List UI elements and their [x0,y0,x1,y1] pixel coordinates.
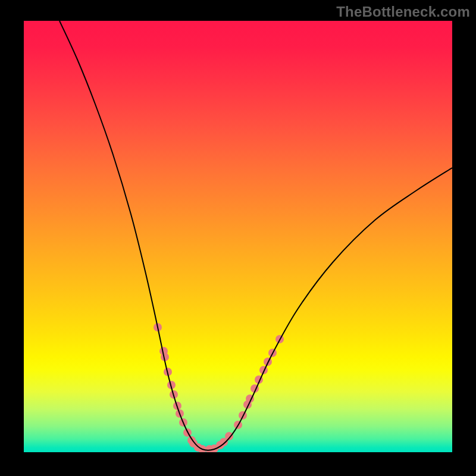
chart-stage: TheBottleneck.com [0,0,476,476]
curve-markers-group [154,323,284,452]
bottleneck-chart-svg [24,21,452,452]
watermark-label: TheBottleneck.com [336,4,470,20]
